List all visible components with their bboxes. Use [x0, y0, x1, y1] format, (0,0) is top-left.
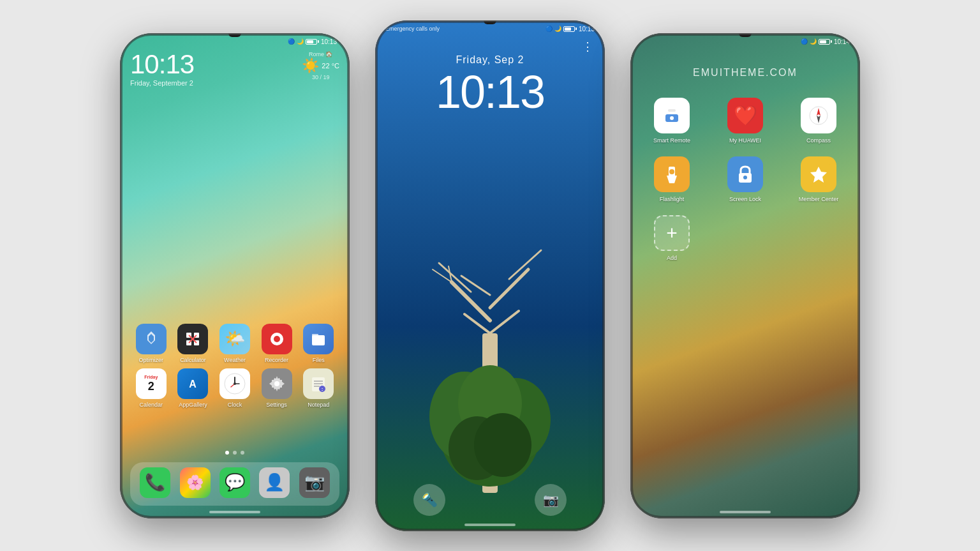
battery2-indicator	[563, 26, 577, 32]
dot-2	[233, 451, 237, 455]
app-smart-remote[interactable]: Smart Remote	[650, 98, 694, 144]
flashlight-button[interactable]: 🔦	[413, 484, 445, 516]
contacts-icon: 👤	[259, 467, 290, 498]
flashlight-icon: 🔦	[422, 492, 438, 508]
app-calendar[interactable]: Friday 2 Calendar	[132, 368, 170, 408]
bluetooth2-icon: 🔵	[546, 26, 553, 32]
clock-label: Clock	[228, 402, 242, 408]
app-settings[interactable]: Settings	[258, 368, 296, 408]
emergency-text: Emergency calls only	[385, 26, 440, 32]
dock-phone[interactable]: 📞	[136, 467, 174, 501]
menu-row-3: + Add	[650, 215, 841, 261]
svg-rect-7	[312, 334, 318, 336]
settings-label: Settings	[266, 402, 287, 408]
app-calculator[interactable]: Calculator	[174, 324, 212, 363]
svg-point-48	[669, 169, 674, 174]
svg-point-51	[743, 176, 747, 179]
app-flashlight[interactable]: Flashlight	[650, 156, 694, 202]
svg-rect-6	[312, 335, 325, 345]
clock-widget: 10:13 Friday, September 2	[130, 51, 194, 87]
svg-line-22	[452, 282, 490, 321]
my-huawei-label: My HUAWEI	[729, 137, 761, 144]
flashlight-app-icon	[654, 156, 690, 192]
app-recorder[interactable]: Recorder	[258, 324, 296, 363]
calendar-icon: Friday 2	[136, 368, 167, 399]
calculator-icon	[177, 324, 208, 354]
camera-lock-icon: 📷	[543, 492, 559, 508]
svg-line-30	[490, 311, 519, 333]
svg-point-13	[234, 382, 236, 385]
settings-icon	[262, 368, 292, 399]
lock-screen-date: Friday, Sep 2	[375, 35, 605, 69]
camera-button[interactable]: 📷	[535, 484, 567, 516]
weather-temp: 22 °C	[322, 62, 339, 70]
app-clock[interactable]: Clock	[216, 368, 254, 408]
svg-point-36	[474, 413, 531, 477]
svg-point-40	[670, 116, 674, 120]
lock-status-time: 10:13	[579, 26, 595, 33]
lock-screen-time: 10:13	[375, 69, 605, 128]
app-optimizer[interactable]: Optimizer	[132, 324, 170, 363]
dock-messages[interactable]: 💬	[216, 467, 254, 501]
clock-date: Friday, September 2	[130, 79, 194, 87]
menu-row-1: Smart Remote ❤️ My HUAWEI	[650, 98, 841, 144]
files-icon	[303, 324, 334, 354]
app-my-huawei[interactable]: ❤️ My HUAWEI	[723, 98, 768, 144]
messages-icon: 💬	[219, 467, 250, 498]
svg-line-23	[490, 269, 528, 308]
app-menu-grid: Smart Remote ❤️ My HUAWEI	[630, 91, 860, 280]
optimizer-icon	[136, 324, 167, 354]
member-center-label: Member Center	[799, 196, 839, 202]
compass-icon	[801, 98, 836, 133]
screen-lock-icon	[727, 156, 763, 192]
phone-icon: 📞	[140, 467, 170, 498]
appgallery-label: AppGallery	[179, 402, 207, 408]
moon2-icon: 🌙	[554, 26, 561, 32]
weather-label: Weather	[224, 357, 246, 363]
tree-decoration	[426, 206, 554, 493]
app-files[interactable]: Files	[299, 324, 338, 363]
phone1-wallpaper	[120, 33, 350, 518]
moon3-icon: 🌙	[810, 38, 817, 45]
app-member-center[interactable]: Member Center	[796, 156, 841, 202]
dock-contacts[interactable]: 👤	[255, 467, 293, 501]
camera-icon: 📷	[299, 467, 330, 498]
recorder-label: Recorder	[265, 357, 288, 363]
compass-label: Compass	[806, 137, 831, 144]
phone2: Emergency calls only 🔵 🌙 10:13 ⋮ Friday,…	[375, 20, 605, 531]
lock-screen-buttons: 🔦 📷	[375, 484, 605, 516]
app-notepad[interactable]: : Notepad	[299, 368, 338, 408]
add-label: Add	[667, 255, 677, 261]
weather-icon: ☀️	[302, 57, 319, 74]
svg-line-28	[461, 276, 490, 295]
menu-row-2: Flashlight Screen Lock	[650, 156, 841, 202]
battery-indicator	[306, 39, 319, 45]
clock-time: 10:13	[130, 51, 194, 78]
bluetooth-icon: 🔵	[288, 38, 295, 45]
add-icon: +	[654, 215, 690, 251]
more-button[interactable]: ⋮	[582, 41, 593, 52]
notepad-icon: :	[303, 368, 334, 399]
phone3-status-time: 10:14	[834, 38, 850, 45]
moon-icon: 🌙	[297, 38, 304, 45]
dock-photos[interactable]: 🌸	[176, 467, 214, 501]
appgallery-icon: A	[177, 368, 208, 399]
app-screen-lock[interactable]: Screen Lock	[723, 156, 768, 202]
clock-app-icon	[219, 368, 250, 399]
app-weather[interactable]: 🌤️ Weather	[216, 324, 254, 363]
files-label: Files	[313, 357, 325, 363]
app-grid-row1: Optimizer Calculator	[120, 324, 350, 413]
weather-location: Rome 🏠	[302, 51, 339, 57]
app-appgallery[interactable]: A AppGallery	[174, 368, 212, 408]
app-compass[interactable]: Compass	[796, 98, 841, 144]
site-title: EMUITHEME.COM	[630, 48, 860, 91]
home-indicator	[209, 511, 260, 513]
weather-range: 30 / 19	[302, 74, 339, 80]
dock-camera[interactable]: 📷	[295, 467, 334, 501]
page-dots	[120, 451, 350, 455]
svg-text:A: A	[189, 379, 197, 389]
status-time: 10:13	[321, 38, 337, 45]
calculator-label: Calculator	[180, 357, 206, 363]
my-huawei-icon: ❤️	[727, 98, 763, 133]
app-add[interactable]: + Add	[650, 215, 694, 261]
